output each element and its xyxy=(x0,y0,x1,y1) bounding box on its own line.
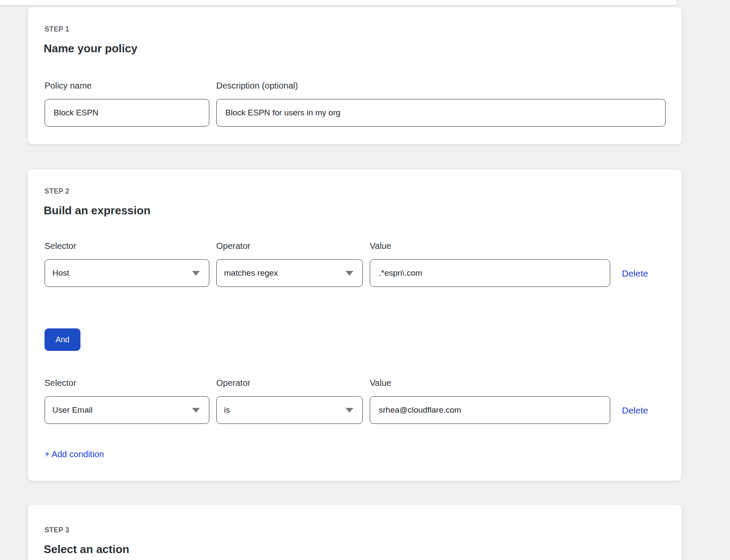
step2-title: Build an expression xyxy=(44,204,150,217)
value-input-row1[interactable] xyxy=(370,259,610,287)
value-column-label-row2: Value xyxy=(370,378,610,388)
add-condition-link[interactable]: + Add condition xyxy=(45,449,104,459)
step3-label: STEP 3 xyxy=(45,526,69,534)
step3-title: Select an action xyxy=(44,543,129,556)
step1-label: STEP 1 xyxy=(45,25,69,33)
selector-column-label-row1: Selector xyxy=(45,241,209,251)
selector-select-row1-value: Host xyxy=(52,268,69,278)
selector-select-row2-value: User Email xyxy=(52,405,93,415)
operator-column-label-row2: Operator xyxy=(216,378,363,388)
operator-select-row2-value: is xyxy=(224,405,230,415)
delete-condition-row1-link[interactable]: Delete xyxy=(622,268,648,279)
description-label: Description (optional) xyxy=(216,81,298,91)
policy-name-label: Policy name xyxy=(45,81,92,91)
selector-select-row1[interactable]: Host xyxy=(45,259,209,287)
selector-column-label-row2: Selector xyxy=(45,378,209,388)
operator-select-row1[interactable]: matches regex xyxy=(216,259,363,287)
chevron-down-icon xyxy=(346,271,353,276)
value-input-row2[interactable] xyxy=(370,396,610,424)
policy-name-input[interactable] xyxy=(45,99,209,127)
chevron-down-icon xyxy=(346,408,353,413)
delete-condition-row2-link[interactable]: Delete xyxy=(622,405,648,416)
value-column-label-row1: Value xyxy=(370,241,610,251)
operator-select-row2[interactable]: is xyxy=(216,396,363,424)
operator-select-row1-value: matches regex xyxy=(224,268,278,278)
previous-section-edge xyxy=(0,0,677,5)
and-button[interactable]: And xyxy=(45,328,80,351)
step1-card: STEP 1 Name your policy Policy name Desc… xyxy=(28,7,682,144)
operator-column-label-row1: Operator xyxy=(216,241,363,251)
description-input[interactable] xyxy=(216,99,666,127)
step1-title: Name your policy xyxy=(44,42,138,55)
step2-label: STEP 2 xyxy=(45,188,69,195)
chevron-down-icon xyxy=(192,408,200,413)
step2-card: STEP 2 Build an expression Selector Oper… xyxy=(28,169,682,481)
chevron-down-icon xyxy=(192,271,200,276)
selector-select-row2[interactable]: User Email xyxy=(45,396,209,424)
step3-card: STEP 3 Select an action xyxy=(28,505,682,560)
